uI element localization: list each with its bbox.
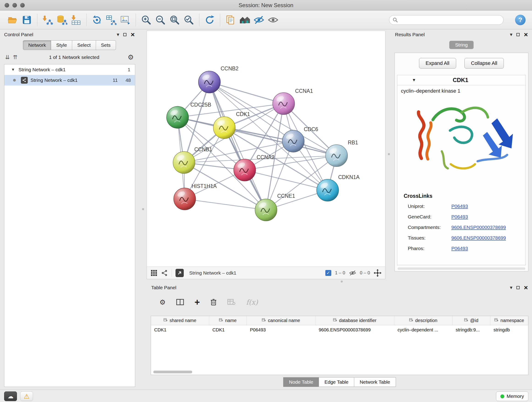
network-collection-row[interactable]: ▼ String Network – cdk1 1 (4, 64, 135, 75)
table-horizontal-scrollbar[interactable] (153, 370, 192, 373)
function-builder-icon[interactable]: f(x) (246, 298, 258, 306)
crosslink-value-link[interactable]: P06493 (451, 214, 526, 220)
network-node-CDK1[interactable] (213, 117, 235, 139)
tab-node-table[interactable]: Node Table (283, 377, 319, 387)
toolbar-search[interactable] (389, 15, 504, 25)
network-node-HIST1H1A[interactable] (174, 188, 196, 210)
expand-all-tree-icon[interactable]: ⇊ (5, 54, 10, 61)
node-description: cyclin–dependent kinase 1 (397, 85, 526, 94)
cloud-icon: ☁ (7, 393, 13, 400)
crosslink-value-link[interactable]: 9606.ENSP00000378699 (451, 225, 526, 230)
network-node-CDC25B[interactable] (167, 106, 189, 128)
delete-column-icon[interactable] (210, 298, 217, 306)
cloud-status-button[interactable]: ☁ (4, 391, 17, 401)
tab-string[interactable]: String (449, 41, 474, 49)
copy-document-button[interactable] (223, 13, 238, 27)
panel-collapse-icon[interactable]: ▾ (117, 32, 119, 37)
results-scrollbar[interactable] (398, 268, 525, 270)
pan-crosshair-icon[interactable] (374, 269, 381, 277)
column-header-shared-name[interactable]: shared name (151, 316, 209, 325)
search-icon (393, 17, 398, 23)
expand-all-button[interactable]: Expand All (419, 58, 456, 69)
network-graph[interactable]: CCNB2CCNA1CDC25BCDK1CDC6RB1CCNB1CCNA2CDK… (147, 31, 385, 267)
network-node-CDKN1A[interactable] (317, 179, 339, 201)
network-node-CCNB1[interactable] (173, 152, 195, 173)
network-overview-icon[interactable] (161, 269, 168, 276)
crosslink-value-link[interactable]: P06493 (451, 246, 526, 251)
hidden-eye-icon[interactable] (349, 270, 356, 276)
home-networks-button[interactable] (238, 13, 252, 27)
section-expander-icon[interactable]: ▼ (412, 78, 416, 83)
network-table-button[interactable] (104, 13, 118, 27)
zoom-selected-button[interactable] (182, 13, 196, 27)
open-session-button[interactable] (6, 13, 20, 27)
tab-network[interactable]: Network (23, 40, 51, 50)
crosslink-value-link[interactable]: 9606.ENSP00000378699 (451, 235, 526, 241)
add-column-icon[interactable]: + (195, 297, 200, 307)
column-header-name[interactable]: name (209, 316, 247, 325)
crosslink-value-link[interactable]: P06493 (451, 204, 526, 209)
tab-select[interactable]: Select (72, 40, 96, 50)
network-node-CCNA2[interactable] (234, 159, 256, 181)
show-graphics-button[interactable] (266, 13, 280, 27)
column-header-description[interactable]: description (394, 316, 452, 325)
panel-close-icon[interactable]: × (524, 284, 528, 291)
import-table-from-file-button[interactable] (69, 13, 83, 27)
table-toolbar: ⚙ + f(x) (149, 296, 530, 308)
tab-style[interactable]: Style (51, 40, 72, 50)
column-header-canonical-name[interactable]: canonical name (247, 316, 316, 325)
zoom-fit-button[interactable] (167, 13, 182, 27)
search-input[interactable] (398, 16, 503, 24)
tab-edge-table[interactable]: Edge Table (319, 377, 354, 387)
warnings-button[interactable]: ⚠ (20, 391, 33, 401)
network-options-gear-icon[interactable]: ⚙ (128, 53, 134, 61)
clone-network-button[interactable] (90, 13, 104, 27)
crosslink-row: Compartments:9606.ENSP00000378699 (397, 222, 526, 233)
import-network-from-database-button[interactable] (55, 13, 69, 27)
save-session-button[interactable] (20, 13, 34, 27)
node-detail-header[interactable]: ▼ CDK1 (397, 75, 526, 85)
collapse-all-button[interactable]: Collapse All (464, 58, 504, 69)
column-header-database-identifier[interactable]: database identifier (316, 316, 394, 325)
column-header--id[interactable]: @id (452, 316, 490, 325)
network-node-CCNA1[interactable] (273, 93, 295, 115)
tab-sets[interactable]: Sets (96, 40, 116, 50)
panel-collapse-icon[interactable]: ▾ (510, 32, 512, 37)
panel-close-icon[interactable]: × (524, 31, 528, 38)
table-settings-gear-icon[interactable]: ⚙ (159, 298, 166, 306)
delete-table-icon[interactable] (227, 299, 235, 305)
column-label: @id (470, 318, 478, 323)
panel-float-icon[interactable] (123, 33, 127, 36)
network-node-CCNE1[interactable] (255, 199, 277, 221)
panel-collapse-icon[interactable]: ▾ (510, 285, 512, 290)
memory-button[interactable]: Memory (496, 391, 528, 401)
copy-document-icon (225, 15, 236, 25)
network-row-selected[interactable]: String Network – cdk1 11 48 (4, 75, 135, 85)
import-network-from-file-button[interactable] (41, 13, 55, 27)
collapse-all-tree-icon[interactable]: ⇈ (13, 54, 17, 61)
selected-nodes-checkbox-icon[interactable]: ✓ (325, 270, 331, 276)
table-row[interactable]: CDK1CDK1P064939606.ENSP00000378699cyclin… (151, 325, 528, 334)
tree-expander-icon[interactable]: ▼ (11, 68, 15, 72)
crosslink-label: Tissues: (408, 235, 451, 241)
panel-float-icon[interactable] (516, 33, 520, 36)
show-columns-icon[interactable] (176, 299, 184, 305)
panel-close-icon[interactable]: × (131, 31, 135, 38)
export-image-button[interactable] (118, 13, 133, 27)
network-node-CDC6[interactable] (282, 130, 304, 152)
open-in-browser-button[interactable] (176, 269, 184, 277)
panel-float-icon[interactable] (516, 286, 520, 289)
right-splitter-handle[interactable] (388, 153, 390, 155)
left-splitter-handle[interactable] (142, 208, 144, 210)
zoom-in-button[interactable] (139, 13, 153, 27)
hide-unhide-button[interactable] (252, 13, 266, 27)
refresh-button[interactable] (203, 13, 217, 27)
bottom-splitter-handle[interactable] (341, 281, 343, 283)
network-node-RB1[interactable] (326, 145, 348, 167)
column-header-namespace[interactable]: namespace (490, 316, 528, 325)
help-button[interactable]: ? (515, 15, 526, 25)
network-node-CCNB2[interactable] (198, 71, 220, 93)
tab-network-table[interactable]: Network Table (354, 377, 396, 387)
zoom-out-button[interactable] (153, 13, 167, 27)
birdseye-grid-icon[interactable] (151, 269, 157, 276)
